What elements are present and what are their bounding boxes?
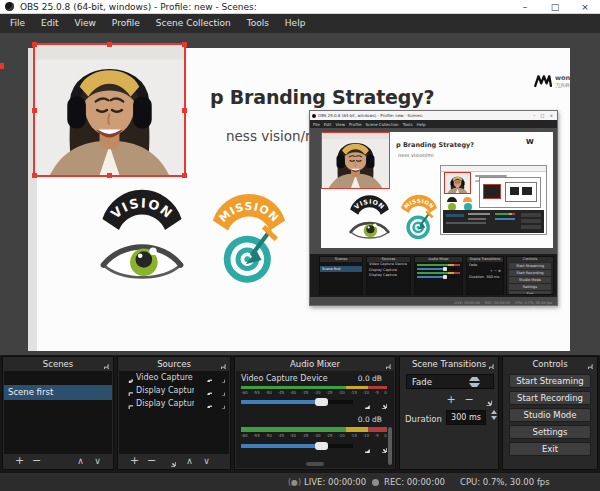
nested-title-bar: OBS 25.0.8 (64-bit, windows) - Profile: … bbox=[310, 111, 557, 120]
nested-control-button: Settings bbox=[509, 284, 551, 290]
transition-select[interactable]: Fade bbox=[406, 374, 494, 389]
volume-slider[interactable] bbox=[241, 400, 353, 404]
selection-handle[interactable] bbox=[32, 108, 37, 113]
nested-controls-panel: Controls Start Streaming Start Recording… bbox=[506, 256, 554, 295]
nested-obs-logo-icon bbox=[312, 114, 316, 118]
move-source-down-button[interactable]: ∨ bbox=[198, 454, 215, 468]
menu-edit[interactable]: Edit bbox=[33, 14, 66, 33]
tiny-text-row bbox=[446, 222, 486, 224]
nested-mixer-panel: Audio Mixer bbox=[414, 256, 463, 295]
nested-wondershare-logo: W bbox=[526, 138, 534, 146]
eye-icon[interactable] bbox=[201, 373, 212, 382]
popout-icon[interactable] bbox=[582, 359, 593, 369]
lock-open-icon[interactable] bbox=[215, 399, 225, 409]
popout-icon[interactable] bbox=[380, 359, 391, 369]
minimize-button[interactable]: – bbox=[510, 0, 540, 14]
selection-handle[interactable] bbox=[107, 173, 112, 178]
scene-row-selected[interactable]: Scene first bbox=[4, 385, 112, 400]
move-source-up-button[interactable]: ∧ bbox=[181, 454, 198, 468]
selection-handle[interactable] bbox=[182, 42, 187, 47]
source-row[interactable]: Video Capture Device bbox=[119, 371, 229, 384]
start-streaming-button[interactable]: Start Streaming bbox=[509, 374, 591, 388]
brand-name: wonder bbox=[555, 75, 570, 82]
menu-view[interactable]: View bbox=[67, 14, 104, 33]
source-label: Display Capture bbox=[136, 399, 194, 408]
nested-live-status: LIVE: 00:00:00 bbox=[454, 301, 480, 305]
add-scene-button[interactable]: + bbox=[11, 454, 28, 468]
mini-mission-arch bbox=[463, 197, 472, 202]
lock-open-icon[interactable] bbox=[215, 373, 225, 383]
nested-level3-webcam bbox=[444, 172, 471, 194]
nested-menu-bar: File Edit View Profile Scene Collection … bbox=[310, 120, 557, 128]
nested-status-bar: LIVE: 00:00:00 REC: 00:00:00 CPU: 0.7%, … bbox=[310, 298, 557, 307]
nested-vision-badge bbox=[347, 192, 392, 244]
lock-open-icon[interactable] bbox=[215, 386, 225, 396]
source-properties-gear-icon[interactable] bbox=[165, 456, 176, 467]
duration-input[interactable]: 300 ms bbox=[446, 410, 486, 425]
meter-scale: -60-55-50-45-40-35-30-25-20-15-10-50 bbox=[241, 433, 387, 438]
selection-handle[interactable] bbox=[182, 108, 187, 113]
selection-handle[interactable] bbox=[182, 173, 187, 178]
nested-level3-docks bbox=[443, 210, 544, 233]
offscreen-selection-handle[interactable] bbox=[0, 63, 4, 69]
selection-handle[interactable] bbox=[32, 42, 37, 47]
start-recording-button[interactable]: Start Recording bbox=[509, 391, 591, 405]
menu-help[interactable]: Help bbox=[277, 14, 314, 33]
nested-level4-webcam bbox=[483, 184, 501, 199]
eye-icon[interactable] bbox=[201, 399, 212, 408]
add-source-button[interactable]: + bbox=[126, 454, 143, 468]
monitor-icon bbox=[123, 386, 133, 396]
studio-mode-button[interactable]: Studio Mode bbox=[509, 408, 591, 422]
volume-slider[interactable] bbox=[241, 444, 353, 448]
mixer-horizontal-scrollbar[interactable] bbox=[306, 462, 324, 466]
scene-list[interactable]: Scene first bbox=[4, 371, 112, 454]
move-scene-down-button[interactable]: ∨ bbox=[89, 454, 106, 468]
source-list[interactable]: Video Capture Device Display Capture Dis… bbox=[119, 371, 229, 454]
menu-profile[interactable]: Profile bbox=[104, 14, 148, 33]
speaker-icon[interactable] bbox=[358, 397, 370, 409]
nested-control-button: Start Streaming bbox=[509, 263, 551, 269]
webcam-source[interactable] bbox=[33, 43, 186, 177]
maximize-button[interactable]: □ bbox=[540, 0, 570, 14]
remove-source-button[interactable]: − bbox=[143, 454, 160, 468]
source-row[interactable]: Display Capture bbox=[119, 384, 229, 397]
remove-scene-button[interactable]: − bbox=[28, 454, 45, 468]
live-status: LIVE: 00:00:00 bbox=[304, 473, 366, 491]
selection-handle[interactable] bbox=[32, 173, 37, 178]
combo-chevrons-icon bbox=[450, 377, 493, 387]
popout-icon[interactable] bbox=[98, 359, 109, 369]
nested-level4-speck bbox=[522, 187, 532, 195]
source-row[interactable]: Display Capture bbox=[119, 397, 229, 410]
speaker-icon[interactable] bbox=[358, 441, 370, 453]
popout-icon[interactable] bbox=[483, 359, 494, 369]
menu-scene-collection[interactable]: Scene Collection bbox=[148, 14, 239, 33]
nested-control-button: Studio Mode bbox=[509, 277, 551, 283]
mixer-gear-icon[interactable] bbox=[376, 398, 387, 409]
move-scene-up-button[interactable]: ∧ bbox=[72, 454, 89, 468]
duration-spinner[interactable] bbox=[488, 410, 500, 425]
nested-slide: p Branding Strategy? ness vision/mi W bbox=[321, 132, 553, 248]
nested-slide-heading: p Branding Strategy? bbox=[396, 141, 474, 149]
nested-menu-item: Profile bbox=[349, 122, 361, 127]
menu-tools[interactable]: Tools bbox=[239, 14, 277, 33]
nested-source-row: Display Capture bbox=[367, 273, 410, 279]
volume-slider-handle[interactable] bbox=[315, 398, 328, 406]
nested-menu-item: Edit bbox=[324, 122, 332, 127]
mission-badge bbox=[207, 183, 291, 290]
mini-button bbox=[521, 213, 541, 217]
exit-button[interactable]: Exit bbox=[509, 442, 591, 456]
nested-webcam-portrait bbox=[322, 133, 389, 188]
settings-button[interactable]: Settings bbox=[509, 425, 591, 439]
volume-slider-handle[interactable] bbox=[315, 442, 328, 450]
transition-gear-icon[interactable] bbox=[480, 394, 492, 406]
add-transition-button[interactable]: + bbox=[444, 393, 458, 407]
selection-handle[interactable] bbox=[107, 42, 112, 47]
mixer-vertical-scrollbar[interactable] bbox=[388, 427, 392, 465]
close-button[interactable]: × bbox=[570, 0, 600, 14]
mixer-gear-icon[interactable] bbox=[376, 442, 387, 453]
menu-file[interactable]: File bbox=[2, 14, 33, 33]
remove-transition-button[interactable]: − bbox=[462, 393, 476, 407]
eye-icon[interactable] bbox=[201, 386, 212, 395]
popout-icon[interactable] bbox=[215, 359, 226, 369]
nested-slide-subtitle: ness vision/mi bbox=[398, 152, 434, 158]
